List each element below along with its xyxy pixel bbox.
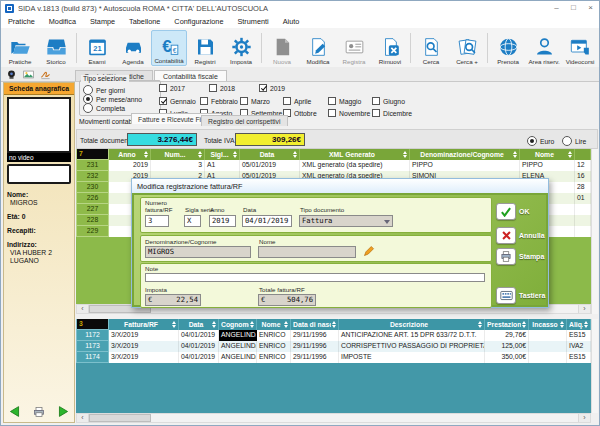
detail-row[interactable]: 11743/X/201904/01/2019ANGELINDAENRICO29/… — [76, 352, 591, 363]
row-number-cell[interactable]: 226 — [76, 193, 109, 204]
document-column-header[interactable]: Data — [240, 149, 300, 160]
sort-icon[interactable] — [233, 151, 237, 158]
sort-icon[interactable] — [584, 321, 588, 328]
maximize-button[interactable]: □ — [565, 1, 582, 15]
sort-icon[interactable] — [212, 321, 216, 328]
note-input[interactable] — [145, 273, 485, 282]
minimize-button[interactable]: – — [548, 1, 565, 15]
menu-item-aiuto[interactable]: Aiuto — [276, 17, 307, 26]
detail-column-header[interactable]: Aliq. — [567, 319, 591, 330]
document-column-header[interactable]: Nome — [520, 149, 575, 160]
sort-icon[interactable] — [522, 321, 526, 328]
toolbar-button-cerca[interactable]: Cerca — [413, 30, 449, 66]
menu-item-modifica[interactable]: Modifica — [42, 17, 83, 26]
scroll-thumb[interactable] — [89, 414, 151, 422]
scroll-left-arrow[interactable]: ‹ — [77, 414, 89, 422]
checkbox-maggio[interactable]: Maggio — [328, 97, 361, 105]
toolbar-button-cerca-plus[interactable]: Cerca + — [449, 30, 485, 66]
sort-icon[interactable] — [568, 151, 572, 158]
checkbox-ottobre[interactable]: Ottobre — [283, 109, 317, 117]
sort-icon[interactable] — [172, 321, 176, 328]
toolbar-button-esami[interactable]: 21 Esami — [79, 30, 115, 66]
numero-fattura-input[interactable]: 3 — [145, 215, 169, 227]
close-button[interactable]: × — [582, 1, 599, 15]
sort-icon[interactable] — [293, 151, 297, 158]
sort-icon[interactable] — [513, 151, 517, 158]
detail-column-header[interactable]: Nome — [257, 319, 291, 330]
checkbox-2017[interactable]: 2017 — [159, 84, 185, 92]
row-number-cell[interactable]: 229 — [76, 226, 109, 237]
menu-item-strumenti[interactable]: Strumenti — [230, 17, 275, 26]
imposta-input[interactable]: €22,54 — [145, 294, 201, 306]
details-horizontal-scrollbar[interactable]: ‹ › — [76, 413, 591, 423]
toolbar-button-rimuovi[interactable]: Rimuovi — [372, 30, 408, 66]
toolbar-button-imposta[interactable]: Imposta — [223, 30, 259, 66]
toolbar-button-modifica[interactable]: Modifica — [300, 30, 336, 66]
document-row[interactable]: 23120193A105/01/2019XML generato (da spe… — [76, 160, 591, 171]
sort-icon[interactable] — [250, 321, 254, 328]
detail-column-header[interactable]: Data — [179, 319, 219, 330]
document-column-header[interactable]: Anno — [109, 149, 151, 160]
toolbar-button-area-riservata[interactable]: Area riserv. — [526, 30, 562, 66]
document-column-header[interactable]: Num... — [151, 149, 205, 160]
row-number-cell[interactable]: 1172 — [76, 330, 109, 341]
radio-lire[interactable]: Lire — [562, 136, 586, 146]
sort-icon[interactable] — [284, 321, 288, 328]
toolbar-button-contabilita[interactable]: €€ Contabilità — [151, 30, 187, 66]
subtab-registro-corrispettivi[interactable]: Registro dei corrispettivi — [201, 115, 288, 126]
sort-icon[interactable] — [198, 151, 202, 158]
checkbox-gennaio[interactable]: Gennaio — [159, 97, 196, 105]
detail-column-header[interactable]: Prestazione — [485, 319, 529, 330]
scroll-right-arrow[interactable]: › — [578, 305, 590, 313]
scroll-left-arrow[interactable]: ‹ — [77, 305, 89, 313]
signature-icon[interactable] — [40, 69, 51, 80]
row-number-cell[interactable]: 1174 — [76, 352, 109, 363]
toolbar-button-videocorsi[interactable]: Videocorsi — [562, 30, 598, 66]
detail-column-header[interactable]: Descrizione — [339, 319, 485, 330]
sort-icon[interactable] — [478, 321, 482, 328]
vertical-scrollbar[interactable] — [591, 319, 598, 413]
sort-icon[interactable] — [332, 321, 336, 328]
detail-row[interactable]: 11723/X/201904/01/2019ANGELINDAENRICO29/… — [76, 330, 591, 341]
ok-button[interactable]: OK — [496, 203, 530, 220]
tastiera-button[interactable]: Tastiera — [496, 287, 545, 304]
menu-item-pratiche[interactable]: Pratiche — [1, 17, 42, 26]
row-number-cell[interactable]: 232 — [76, 171, 109, 182]
row-number-cell[interactable]: 231 — [76, 160, 109, 171]
checkbox-marzo[interactable]: Marzo — [240, 97, 270, 105]
webcam-icon[interactable] — [6, 69, 17, 80]
radio-euro[interactable]: Euro — [527, 136, 554, 146]
toolbar-button-storico[interactable]: Storico — [38, 30, 74, 66]
checkbox-aprile[interactable]: Aprile — [283, 97, 311, 105]
detail-column-header[interactable]: Cognome — [219, 319, 257, 330]
radio-completa[interactable]: Completa — [83, 103, 125, 113]
stampa-button[interactable]: Stampa — [496, 248, 544, 265]
denominazione-input[interactable]: MIGROS — [145, 246, 251, 258]
menu-item-tabellone[interactable]: Tabellone — [122, 17, 167, 26]
row-number-cell[interactable]: 228 — [76, 215, 109, 226]
checkbox-2018[interactable]: 2018 — [209, 84, 235, 92]
data-input[interactable]: 04/01/2019 — [242, 215, 292, 227]
tab-contabilita-fiscale[interactable]: Contabilità fiscale — [154, 70, 227, 81]
next-record-button arrow-right-icon[interactable] — [57, 405, 70, 418]
annulla-button[interactable]: Annulla — [496, 227, 545, 244]
checkbox-novembre[interactable]: Novembre — [328, 109, 370, 117]
menu-item-configurazione[interactable]: Configurazione — [167, 17, 230, 26]
sort-icon[interactable] — [144, 151, 148, 158]
row-number-cell[interactable]: 227 — [76, 204, 109, 215]
print-icon[interactable] — [33, 406, 45, 418]
detail-column-header[interactable]: Incasso — [529, 319, 567, 330]
dialog-titlebar[interactable]: Modifica registrazione fattura/RF — [132, 179, 548, 194]
scroll-right-arrow[interactable]: › — [578, 414, 590, 422]
row-number-cell[interactable]: 230 — [76, 182, 109, 193]
document-column-header[interactable] — [575, 149, 591, 160]
detail-row[interactable]: 11733/X/201904/01/2019ANGELINDAENRICO29/… — [76, 341, 591, 352]
sort-icon[interactable] — [403, 151, 407, 158]
detail-column-header[interactable]: Data di nascita — [291, 319, 339, 330]
sigla-serie-input[interactable]: X — [184, 215, 201, 227]
document-column-header[interactable]: Denominazione/Cognome — [410, 149, 520, 160]
toolbar-button-agenda[interactable]: Agenda — [115, 30, 151, 66]
document-column-header[interactable]: XML Generato — [300, 149, 410, 160]
detail-column-header[interactable]: Fattura/RF — [109, 319, 179, 330]
toolbar-button-prenota[interactable]: Prenota — [490, 30, 526, 66]
